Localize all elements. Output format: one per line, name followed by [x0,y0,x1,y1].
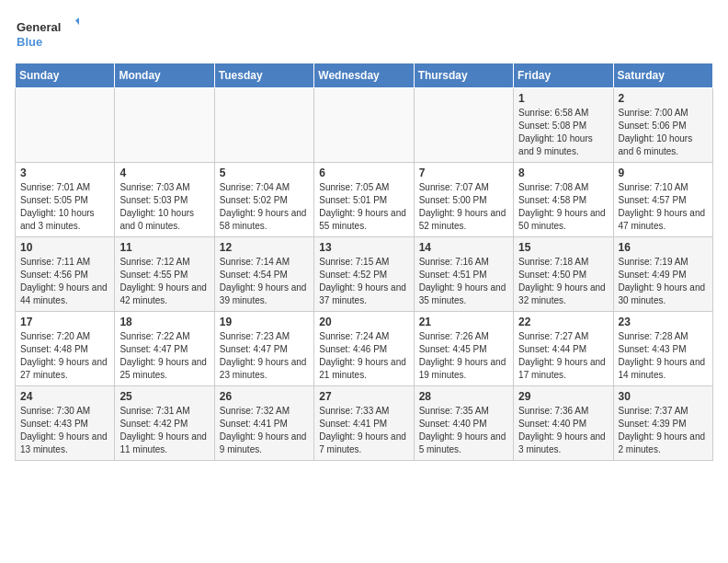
svg-text:Blue: Blue [17,35,42,49]
weekday-header-cell: Wednesday [314,63,414,88]
day-number: 11 [119,241,209,254]
day-detail: Sunrise: 7:07 AM Sunset: 5:00 PM Dayligh… [419,181,508,233]
calendar-cell: 20Sunrise: 7:24 AM Sunset: 4:46 PM Dayli… [314,312,414,386]
day-detail: Sunrise: 7:37 AM Sunset: 4:39 PM Dayligh… [619,405,708,456]
day-detail: Sunrise: 7:31 AM Sunset: 4:42 PM Dayligh… [119,405,209,456]
calendar-cell [16,88,115,163]
day-number: 29 [518,390,608,403]
day-detail: Sunrise: 7:18 AM Sunset: 4:50 PM Dayligh… [518,256,608,307]
calendar-cell: 10Sunrise: 7:11 AM Sunset: 4:56 PM Dayli… [16,237,115,312]
weekday-header-cell: Friday [514,63,613,88]
calendar-cell: 14Sunrise: 7:16 AM Sunset: 4:51 PM Dayli… [414,237,513,312]
day-detail: Sunrise: 7:08 AM Sunset: 4:58 PM Dayligh… [518,181,608,233]
day-number: 13 [319,241,408,254]
day-number: 4 [119,167,209,179]
calendar-cell: 4Sunrise: 7:03 AM Sunset: 5:03 PM Daylig… [115,163,214,237]
calendar-cell: 19Sunrise: 7:23 AM Sunset: 4:47 PM Dayli… [214,312,313,386]
calendar-cell: 9Sunrise: 7:10 AM Sunset: 4:57 PM Daylig… [613,163,712,237]
day-number: 6 [319,167,408,179]
day-detail: Sunrise: 7:20 AM Sunset: 4:48 PM Dayligh… [20,330,109,382]
weekday-header-row: SundayMondayTuesdayWednesdayThursdayFrid… [16,63,713,88]
calendar-cell: 11Sunrise: 7:12 AM Sunset: 4:55 PM Dayli… [115,237,214,312]
day-detail: Sunrise: 7:19 AM Sunset: 4:49 PM Dayligh… [619,256,708,307]
day-number: 7 [419,167,508,179]
day-number: 21 [419,316,508,328]
calendar-cell: 12Sunrise: 7:14 AM Sunset: 4:54 PM Dayli… [214,237,313,312]
day-number: 17 [20,316,109,328]
calendar-cell: 26Sunrise: 7:32 AM Sunset: 4:41 PM Dayli… [214,386,313,461]
day-detail: Sunrise: 7:04 AM Sunset: 5:02 PM Dayligh… [220,181,309,233]
day-detail: Sunrise: 7:24 AM Sunset: 4:46 PM Dayligh… [319,330,408,382]
calendar-cell: 23Sunrise: 7:28 AM Sunset: 4:43 PM Dayli… [613,312,712,386]
calendar-cell: 29Sunrise: 7:36 AM Sunset: 4:40 PM Dayli… [514,386,613,461]
weekday-header-cell: Thursday [414,63,513,88]
day-detail: Sunrise: 7:01 AM Sunset: 5:05 PM Dayligh… [20,181,109,233]
day-detail: Sunrise: 7:23 AM Sunset: 4:47 PM Dayligh… [220,330,309,382]
day-number: 10 [20,241,109,254]
day-number: 23 [619,316,708,328]
day-number: 25 [119,390,209,403]
day-number: 28 [419,390,508,403]
calendar-cell: 27Sunrise: 7:33 AM Sunset: 4:41 PM Dayli… [314,386,414,461]
calendar-cell [414,88,513,163]
calendar-cell: 6Sunrise: 7:05 AM Sunset: 5:01 PM Daylig… [314,163,414,237]
day-number: 5 [220,167,309,179]
calendar-week-row: 24Sunrise: 7:30 AM Sunset: 4:43 PM Dayli… [16,386,713,461]
day-number: 3 [20,167,109,179]
calendar-cell: 16Sunrise: 7:19 AM Sunset: 4:49 PM Dayli… [613,237,712,312]
weekday-header-cell: Tuesday [214,63,313,88]
logo: General Blue [15,15,79,52]
calendar-week-row: 17Sunrise: 7:20 AM Sunset: 4:48 PM Dayli… [16,312,713,386]
calendar-cell: 28Sunrise: 7:35 AM Sunset: 4:40 PM Dayli… [414,386,513,461]
day-detail: Sunrise: 7:11 AM Sunset: 4:56 PM Dayligh… [20,256,109,307]
calendar-week-row: 10Sunrise: 7:11 AM Sunset: 4:56 PM Dayli… [16,237,713,312]
calendar-cell: 13Sunrise: 7:15 AM Sunset: 4:52 PM Dayli… [314,237,414,312]
day-number: 20 [319,316,408,328]
calendar-cell [214,88,313,163]
weekday-header-cell: Saturday [613,63,712,88]
day-number: 18 [119,316,209,328]
calendar-cell: 25Sunrise: 7:31 AM Sunset: 4:42 PM Dayli… [115,386,214,461]
day-detail: Sunrise: 7:32 AM Sunset: 4:41 PM Dayligh… [220,405,309,456]
calendar-cell: 7Sunrise: 7:07 AM Sunset: 5:00 PM Daylig… [414,163,513,237]
day-detail: Sunrise: 7:27 AM Sunset: 4:44 PM Dayligh… [518,330,608,382]
day-number: 8 [518,167,608,179]
day-detail: Sunrise: 7:03 AM Sunset: 5:03 PM Dayligh… [119,181,209,233]
page-header: General Blue [15,15,713,52]
calendar-cell: 2Sunrise: 7:00 AM Sunset: 5:06 PM Daylig… [613,88,712,163]
day-detail: Sunrise: 7:35 AM Sunset: 4:40 PM Dayligh… [419,405,508,456]
day-number: 30 [619,390,708,403]
day-detail: Sunrise: 7:28 AM Sunset: 4:43 PM Dayligh… [619,330,708,382]
weekday-header-cell: Monday [115,63,214,88]
calendar-cell [314,88,414,163]
calendar-cell: 8Sunrise: 7:08 AM Sunset: 4:58 PM Daylig… [514,163,613,237]
calendar-week-row: 3Sunrise: 7:01 AM Sunset: 5:05 PM Daylig… [16,163,713,237]
logo-svg: General Blue [15,15,79,52]
calendar-cell: 17Sunrise: 7:20 AM Sunset: 4:48 PM Dayli… [16,312,115,386]
day-number: 24 [20,390,109,403]
day-number: 19 [220,316,309,328]
calendar-cell: 30Sunrise: 7:37 AM Sunset: 4:39 PM Dayli… [613,386,712,461]
day-number: 2 [619,92,708,105]
day-detail: Sunrise: 6:58 AM Sunset: 5:08 PM Dayligh… [518,107,608,158]
day-number: 22 [518,316,608,328]
day-detail: Sunrise: 7:05 AM Sunset: 5:01 PM Dayligh… [319,181,408,233]
calendar-table: SundayMondayTuesdayWednesdayThursdayFrid… [15,63,713,461]
calendar-week-row: 1Sunrise: 6:58 AM Sunset: 5:08 PM Daylig… [16,88,713,163]
calendar-cell: 21Sunrise: 7:26 AM Sunset: 4:45 PM Dayli… [414,312,513,386]
day-detail: Sunrise: 7:14 AM Sunset: 4:54 PM Dayligh… [220,256,309,307]
calendar-cell: 24Sunrise: 7:30 AM Sunset: 4:43 PM Dayli… [16,386,115,461]
day-detail: Sunrise: 7:00 AM Sunset: 5:06 PM Dayligh… [619,107,708,158]
calendar-cell: 15Sunrise: 7:18 AM Sunset: 4:50 PM Dayli… [514,237,613,312]
calendar-cell: 18Sunrise: 7:22 AM Sunset: 4:47 PM Dayli… [115,312,214,386]
day-detail: Sunrise: 7:16 AM Sunset: 4:51 PM Dayligh… [419,256,508,307]
day-number: 12 [220,241,309,254]
day-detail: Sunrise: 7:26 AM Sunset: 4:45 PM Dayligh… [419,330,508,382]
day-detail: Sunrise: 7:10 AM Sunset: 4:57 PM Dayligh… [619,181,708,233]
day-detail: Sunrise: 7:33 AM Sunset: 4:41 PM Dayligh… [319,405,408,456]
day-number: 9 [619,167,708,179]
day-detail: Sunrise: 7:30 AM Sunset: 4:43 PM Dayligh… [20,405,109,456]
calendar-cell: 22Sunrise: 7:27 AM Sunset: 4:44 PM Dayli… [514,312,613,386]
calendar-cell: 1Sunrise: 6:58 AM Sunset: 5:08 PM Daylig… [514,88,613,163]
day-number: 1 [518,92,608,105]
